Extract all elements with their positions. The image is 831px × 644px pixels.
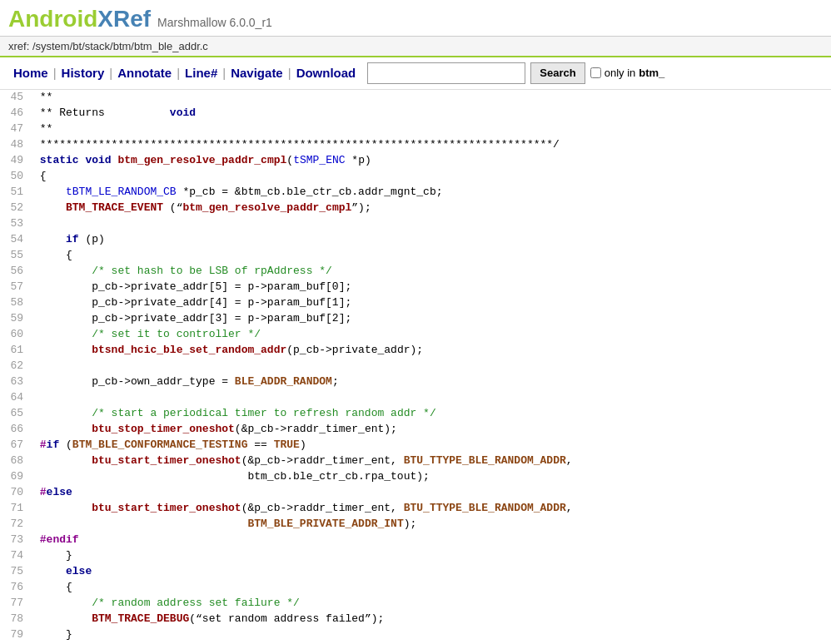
table-row: 75 else [0,564,831,580]
table-row: 53 [0,216,831,232]
only-in-btm: btm_ [639,67,664,79]
line-number: 75 [0,564,30,580]
logo-version: Marshmallow 6.0.0_r1 [157,16,272,29]
line-content [30,216,33,232]
search-input[interactable] [367,62,525,84]
table-row: 45 ** [0,90,831,106]
line-content: ** Returns void [30,106,196,121]
line-number: 65 [0,406,30,422]
table-row: 48 *************************************… [0,137,831,153]
line-number: 61 [0,343,30,359]
line-content: #else [30,485,72,501]
line-number: 53 [0,216,30,232]
line-number: 48 [0,137,30,153]
table-row: 46 ** Returns void [0,106,831,121]
search-area: Search only in btm_ [367,62,664,84]
line-number: 78 [0,612,30,627]
line-number: 62 [0,359,30,374]
line-number: 52 [0,201,30,216]
line-content: { [30,169,47,185]
line-content [30,390,33,406]
table-row: 65 /* start a periodical timer to refres… [0,406,831,422]
table-row: 64 [0,390,831,406]
line-number: 63 [0,374,30,390]
logo-android: Android [8,6,97,32]
table-row: 56 /* set hash to be LSB of rpAddress */ [0,264,831,280]
table-row: 67 #if (BTM_BLE_CONFORMANCE_TESTING == T… [0,438,831,453]
line-content: /* start a periodical timer to refresh r… [30,406,436,422]
line-number: 56 [0,264,30,280]
table-row: 47 ** [0,121,831,137]
table-row: 77 /* random address set failure */ [0,596,831,612]
line-number: 49 [0,153,30,169]
table-row: 51 tBTM_LE_RANDOM_CB *p_cb = &btm_cb.ble… [0,185,831,201]
line-content: BTM_TRACE_DEBUG(“set random address fail… [30,612,384,627]
table-row: 50 { [0,169,831,185]
line-content: BTM_BLE_PRIVATE_ADDR_INT); [30,517,416,533]
line-content: { [30,248,72,264]
line-number: 46 [0,106,30,121]
table-row: 70 #else [0,485,831,501]
line-number: 68 [0,453,30,469]
line-content: p_cb->private_addr[5] = p->param_buf[0]; [30,280,351,295]
line-number: 47 [0,121,30,137]
line-number: 73 [0,533,30,548]
line-content: p_cb->private_addr[4] = p->param_buf[1]; [30,295,351,311]
nav-links: Home | History | Annotate | Line# | Navi… [8,66,361,80]
table-row: 62 [0,359,831,374]
line-content: static void btm_gen_resolve_paddr_cmpl(t… [30,153,371,169]
table-row: 69 btm_cb.ble_ctr_cb.rpa_tout); [0,469,831,485]
line-content: tBTM_LE_RANDOM_CB *p_cb = &btm_cb.ble_ct… [30,185,443,201]
line-content: /* random address set failure */ [30,596,300,612]
table-row: 79 } [0,627,831,643]
line-number: 51 [0,185,30,201]
code-container: 45 **46 ** Returns void47 **48 *********… [0,90,831,644]
nav-annotate[interactable]: Annotate [112,66,177,80]
table-row: 49 static void btm_gen_resolve_paddr_cmp… [0,153,831,169]
line-content [30,359,33,374]
line-content: ** [30,121,52,137]
table-row: 73 #endif [0,533,831,548]
filepath: xref: /system/bt/stack/btm/btm_ble_addr.… [0,37,831,57]
table-row: 76 { [0,580,831,596]
search-button[interactable]: Search [530,62,585,84]
table-row: 72 BTM_BLE_PRIVATE_ADDR_INT); [0,517,831,533]
logo: AndroidXRefMarshmallow 6.0.0_r1 [8,7,823,32]
nav-line[interactable]: Line# [180,66,222,80]
line-content: ** [30,90,52,106]
nav-history[interactable]: History [57,66,110,80]
line-number: 55 [0,248,30,264]
navbar: Home | History | Annotate | Line# | Navi… [0,57,831,90]
line-content: #if (BTM_BLE_CONFORMANCE_TESTING == TRUE… [30,438,306,453]
line-number: 57 [0,280,30,295]
line-content: btu_start_timer_oneshot(&p_cb->raddr_tim… [30,501,573,517]
header: AndroidXRefMarshmallow 6.0.0_r1 [0,0,831,37]
line-content: btu_start_timer_oneshot(&p_cb->raddr_tim… [30,453,573,469]
table-row: 58 p_cb->private_addr[4] = p->param_buf[… [0,295,831,311]
line-number: 72 [0,517,30,533]
table-row: 66 btu_stop_timer_oneshot(&p_cb->raddr_t… [0,422,831,438]
table-row: 68 btu_start_timer_oneshot(&p_cb->raddr_… [0,453,831,469]
logo-xref: XRef [97,6,151,32]
line-number: 45 [0,90,30,106]
table-row: 52 BTM_TRACE_EVENT (“btm_gen_resolve_pad… [0,201,831,216]
table-row: 57 p_cb->private_addr[5] = p->param_buf[… [0,280,831,295]
line-number: 64 [0,390,30,406]
line-content: btu_stop_timer_oneshot(&p_cb->raddr_time… [30,422,397,438]
table-row: 60 /* set it to controller */ [0,327,831,343]
line-number: 50 [0,169,30,185]
line-content: if (p) [30,232,105,248]
line-content: else [30,564,92,580]
only-in-checkbox[interactable] [590,67,601,78]
only-in-area: only in btm_ [590,67,665,79]
line-number: 76 [0,580,30,596]
nav-home[interactable]: Home [8,66,53,80]
line-content: /* set hash to be LSB of rpAddress */ [30,264,332,280]
nav-download[interactable]: Download [291,66,361,80]
table-row: 55 { [0,248,831,264]
line-content: BTM_TRACE_EVENT (“btm_gen_resolve_paddr_… [30,201,371,216]
line-content: #endif [30,533,79,548]
line-content: ****************************************… [30,137,560,153]
table-row: 59 p_cb->private_addr[3] = p->param_buf[… [0,311,831,327]
nav-navigate[interactable]: Navigate [226,66,288,80]
